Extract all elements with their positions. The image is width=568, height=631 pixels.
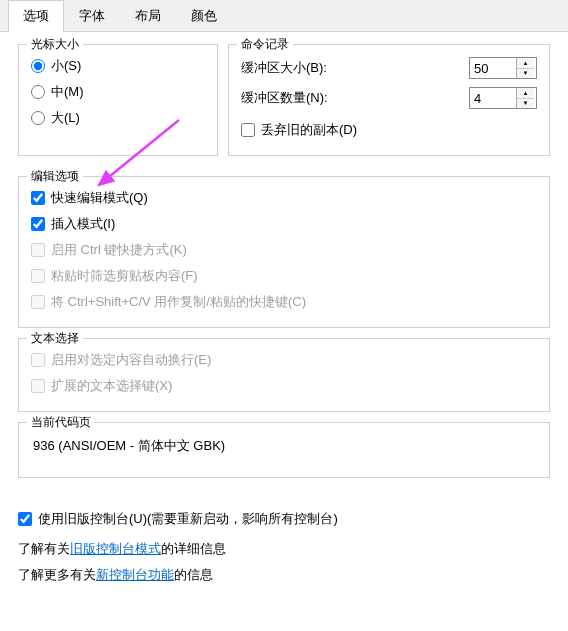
cursor-large-label: 大(L)	[51, 109, 80, 127]
ctrl-shift-cv-label: 将 Ctrl+Shift+C/V 用作复制/粘贴的快捷键(C)	[51, 293, 306, 311]
buffer-size-spinner[interactable]: ▲ ▼	[469, 57, 537, 79]
buffer-count-spinner[interactable]: ▲ ▼	[469, 87, 537, 109]
buffer-count-down[interactable]: ▼	[517, 99, 534, 109]
cursor-size-group: 光标大小 小(S) 中(M) 大(L)	[18, 44, 218, 156]
cursor-large-radio[interactable]: 大(L)	[31, 105, 205, 131]
ctrl-shortcuts-label: 启用 Ctrl 键快捷方式(K)	[51, 241, 187, 259]
cursor-small-input[interactable]	[31, 59, 45, 73]
text-select-title: 文本选择	[27, 330, 83, 347]
linewrap-label: 启用对选定内容自动换行(E)	[51, 351, 211, 369]
legacy-console-label: 使用旧版控制台(U)(需要重新启动，影响所有控制台)	[38, 510, 338, 528]
cursor-small-label: 小(S)	[51, 57, 81, 75]
quick-edit-label: 快速编辑模式(Q)	[51, 189, 148, 207]
quick-edit-input[interactable]	[31, 191, 45, 205]
buffer-count-label: 缓冲区数量(N):	[241, 89, 328, 107]
discard-dupes-label: 丢弃旧的副本(D)	[261, 121, 357, 139]
newconsole-info-line: 了解更多有关新控制台功能的信息	[18, 566, 550, 584]
codepage-title: 当前代码页	[27, 414, 95, 431]
insert-mode-input[interactable]	[31, 217, 45, 231]
extended-select-checkbox: 扩展的文本选择键(X)	[31, 373, 537, 399]
legacy-console-checkbox[interactable]: 使用旧版控制台(U)(需要重新启动，影响所有控制台)	[18, 506, 550, 532]
tab-font[interactable]: 字体	[64, 0, 120, 31]
newconsole-suffix: 的信息	[174, 567, 213, 582]
buffer-count-up[interactable]: ▲	[517, 88, 534, 99]
legacy-info-prefix: 了解有关	[18, 541, 70, 556]
command-history-group: 命令记录 缓冲区大小(B): ▲ ▼ 缓冲区数量(N): ▲ ▼	[228, 44, 550, 156]
legacy-info-line: 了解有关旧版控制台模式的详细信息	[18, 540, 550, 558]
ctrl-shortcuts-input	[31, 243, 45, 257]
edit-options-title: 编辑选项	[27, 168, 83, 185]
linewrap-checkbox: 启用对选定内容自动换行(E)	[31, 347, 537, 373]
filter-paste-label: 粘贴时筛选剪贴板内容(F)	[51, 267, 198, 285]
text-select-group: 文本选择 启用对选定内容自动换行(E) 扩展的文本选择键(X)	[18, 338, 550, 412]
ctrl-shift-cv-checkbox: 将 Ctrl+Shift+C/V 用作复制/粘贴的快捷键(C)	[31, 289, 537, 315]
buffer-size-down[interactable]: ▼	[517, 69, 534, 79]
edit-options-group: 编辑选项 快速编辑模式(Q) 插入模式(I) 启用 Ctrl 键快捷方式(K) …	[18, 176, 550, 328]
extended-select-label: 扩展的文本选择键(X)	[51, 377, 172, 395]
buffer-count-input[interactable]	[470, 88, 516, 108]
tab-bar: 选项 字体 布局 颜色	[0, 0, 568, 32]
discard-dupes-checkbox[interactable]: 丢弃旧的副本(D)	[241, 117, 537, 143]
cursor-size-title: 光标大小	[27, 36, 83, 53]
buffer-size-input[interactable]	[470, 58, 516, 78]
tab-layout[interactable]: 布局	[120, 0, 176, 31]
legacy-info-suffix: 的详细信息	[161, 541, 226, 556]
cursor-large-input[interactable]	[31, 111, 45, 125]
insert-mode-label: 插入模式(I)	[51, 215, 115, 233]
ctrl-shift-cv-input	[31, 295, 45, 309]
tab-content: 光标大小 小(S) 中(M) 大(L) 命令记录 缓冲区大小(B):	[0, 32, 568, 500]
cursor-medium-label: 中(M)	[51, 83, 84, 101]
quick-edit-checkbox[interactable]: 快速编辑模式(Q)	[31, 185, 537, 211]
extended-select-input	[31, 379, 45, 393]
cursor-medium-radio[interactable]: 中(M)	[31, 79, 205, 105]
command-history-title: 命令记录	[237, 36, 293, 53]
linewrap-input	[31, 353, 45, 367]
discard-dupes-input[interactable]	[241, 123, 255, 137]
buffer-size-up[interactable]: ▲	[517, 58, 534, 69]
ctrl-shortcuts-checkbox: 启用 Ctrl 键快捷方式(K)	[31, 237, 537, 263]
buffer-size-label: 缓冲区大小(B):	[241, 59, 327, 77]
newconsole-prefix: 了解更多有关	[18, 567, 96, 582]
codepage-group: 当前代码页 936 (ANSI/OEM - 简体中文 GBK)	[18, 422, 550, 478]
filter-paste-checkbox: 粘贴时筛选剪贴板内容(F)	[31, 263, 537, 289]
cursor-small-radio[interactable]: 小(S)	[31, 53, 205, 79]
legacy-mode-link[interactable]: 旧版控制台模式	[70, 541, 161, 556]
footer-area: 使用旧版控制台(U)(需要重新启动，影响所有控制台) 了解有关旧版控制台模式的详…	[0, 500, 568, 604]
legacy-console-input[interactable]	[18, 512, 32, 526]
tab-options[interactable]: 选项	[8, 0, 64, 32]
newconsole-link[interactable]: 新控制台功能	[96, 567, 174, 582]
tab-colors[interactable]: 颜色	[176, 0, 232, 31]
cursor-medium-input[interactable]	[31, 85, 45, 99]
codepage-value: 936 (ANSI/OEM - 简体中文 GBK)	[31, 431, 537, 465]
insert-mode-checkbox[interactable]: 插入模式(I)	[31, 211, 537, 237]
filter-paste-input	[31, 269, 45, 283]
